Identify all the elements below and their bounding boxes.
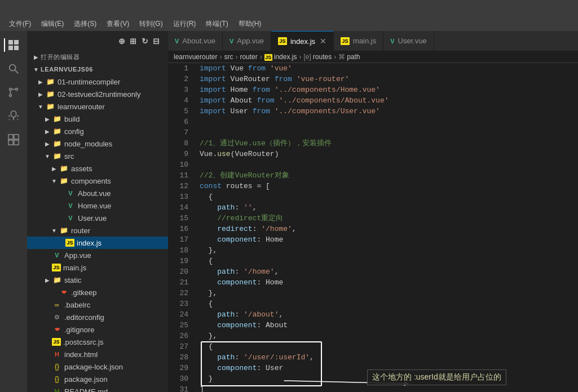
sidebar-item-User.vue[interactable]: VUser.vue bbox=[27, 212, 168, 224]
line-number-17: 17 bbox=[168, 234, 188, 245]
breadcrumb-sep-3: › bbox=[299, 53, 301, 61]
activity-explorer[interactable] bbox=[4, 35, 23, 55]
code-line-6 bbox=[200, 117, 578, 127]
code-line-23: { bbox=[200, 299, 578, 309]
sidebar-item-index.html[interactable]: Hindex.html bbox=[27, 348, 168, 360]
menu-run[interactable]: 运行(R) bbox=[169, 18, 201, 30]
breadcrumb-part-3[interactable]: JSindex.js bbox=[264, 53, 297, 61]
menu-goto[interactable]: 转到(G) bbox=[135, 18, 167, 30]
line-number-3: 3 bbox=[168, 84, 188, 95]
tab-about-vue[interactable]: VAbout.vue bbox=[168, 31, 223, 51]
breadcrumb-part-0[interactable]: learnvuerouter bbox=[174, 53, 217, 61]
collapse-icon[interactable]: ⊟ bbox=[152, 35, 161, 47]
code-line-19: { bbox=[200, 256, 578, 266]
sidebar-item-router[interactable]: ▼📁router bbox=[27, 224, 168, 237]
activity-bar bbox=[0, 31, 27, 392]
code-editor: 1234567891011121314151617181920212223242… bbox=[168, 63, 578, 392]
tab-main-js[interactable]: JSmain.js bbox=[334, 31, 383, 51]
line-number-2: 2 bbox=[168, 74, 188, 84]
breadcrumb-part-5[interactable]: ⌘path bbox=[338, 53, 360, 61]
activity-extensions[interactable] bbox=[4, 130, 23, 149]
sidebar-item-src[interactable]: ▼📁src bbox=[27, 150, 168, 162]
svg-line-1 bbox=[15, 70, 19, 74]
breadcrumb-part-1[interactable]: src bbox=[224, 53, 233, 61]
tab-index-js[interactable]: JSindex.js✕ bbox=[271, 31, 334, 51]
sidebar-root[interactable]: ▼LEARNVUEJS06 bbox=[27, 63, 168, 75]
svg-point-4 bbox=[16, 88, 18, 91]
sidebar-item-.gitignore[interactable]: ❤.gitignore bbox=[27, 323, 168, 336]
code-line-25: component: About bbox=[200, 320, 578, 331]
title-bar bbox=[0, 0, 578, 17]
sidebar-item-build[interactable]: ▶📁build bbox=[27, 113, 168, 125]
code-line-9: Vue.use(VueRouter) bbox=[200, 149, 578, 159]
svg-point-3 bbox=[10, 95, 12, 97]
sidebar-item-static[interactable]: ▶📁static bbox=[27, 274, 168, 286]
menu-help[interactable]: 帮助(H) bbox=[234, 18, 266, 30]
code-line-15: //redirect重定向 bbox=[200, 213, 578, 224]
sidebar-item-node_modules[interactable]: ▶📁node_modules bbox=[27, 137, 168, 150]
line-number-29: 29 bbox=[168, 363, 188, 373]
sidebar-item-README.md[interactable]: MREADME.md bbox=[27, 385, 168, 392]
breadcrumb-sep-0: › bbox=[219, 53, 222, 61]
breadcrumb-part-2[interactable]: router bbox=[240, 53, 257, 61]
sidebar-item-.gitkeep[interactable]: ❤.gitkeep bbox=[27, 286, 168, 299]
tab-close-index-js[interactable]: ✕ bbox=[320, 37, 326, 46]
code-line-16: redirect: '/home', bbox=[200, 224, 578, 234]
tabs-bar: VAbout.vueVApp.vueJSindex.js✕JSmain.jsVU… bbox=[168, 31, 578, 51]
sidebar-item-.editorconfig[interactable]: ⚙.editorconfig bbox=[27, 311, 168, 323]
breadcrumb-part-4[interactable]: [e]routes bbox=[303, 53, 332, 61]
line-number-11: 11 bbox=[168, 170, 188, 181]
menu-file[interactable]: 文件(F) bbox=[5, 18, 36, 30]
svg-point-2 bbox=[10, 88, 12, 91]
sidebar-item-package.json[interactable]: {}package.json bbox=[27, 373, 168, 385]
sidebar-item-learnvuerouter[interactable]: ▼📁learnvuerouter bbox=[27, 100, 168, 113]
sidebar-item-02-testvuecli2runtimeonly[interactable]: ▶📁02-testvuecli2runtimeonly bbox=[27, 88, 168, 100]
line-number-15: 15 bbox=[168, 213, 188, 224]
menu-edit[interactable]: 编辑(E) bbox=[37, 18, 68, 30]
tab-user-vue[interactable]: VUser.vue bbox=[383, 31, 434, 51]
code-line-14: path: '', bbox=[200, 202, 578, 213]
sidebar-item-config[interactable]: ▶📁config bbox=[27, 125, 168, 137]
breadcrumb-sep-2: › bbox=[260, 53, 262, 61]
line-number-8: 8 bbox=[168, 138, 188, 149]
code-line-7 bbox=[200, 127, 578, 138]
code-line-20: path: '/home', bbox=[200, 266, 578, 277]
sidebar-item-01-runtimecompiler[interactable]: ▶📁01-runtimecompiler bbox=[27, 75, 168, 88]
open-editors-section[interactable]: ▶打开的编辑器 bbox=[27, 51, 168, 63]
tab-app-vue[interactable]: VApp.vue bbox=[223, 31, 271, 51]
breadcrumb-sep-1: › bbox=[235, 53, 237, 61]
sidebar-item-.babelrc[interactable]: ∞.babelrc bbox=[27, 299, 168, 311]
menu-view[interactable]: 查看(V) bbox=[102, 18, 134, 30]
new-folder-icon[interactable]: ⊞ bbox=[129, 35, 138, 47]
sidebar-content: ▶打开的编辑器▼LEARNVUEJS06▶📁01-runtimecompiler… bbox=[27, 51, 168, 392]
sidebar-item-components[interactable]: ▼📁components bbox=[27, 175, 168, 187]
activity-search[interactable] bbox=[4, 59, 23, 78]
refresh-icon[interactable]: ↻ bbox=[140, 35, 150, 47]
new-file-icon[interactable]: ⊕ bbox=[117, 35, 127, 47]
sidebar: ⊕ ⊞ ↻ ⊟ ▶打开的编辑器▼LEARNVUEJS06▶📁01-runtime… bbox=[27, 31, 168, 392]
sidebar-item-Home.vue[interactable]: VHome.vue bbox=[27, 199, 168, 212]
sidebar-item-package-lock.json[interactable]: {}package-lock.json bbox=[27, 360, 168, 373]
menu-select[interactable]: 选择(S) bbox=[69, 18, 101, 30]
code-line-11: //2、创建VueRouter对象 bbox=[200, 170, 578, 181]
line-number-13: 13 bbox=[168, 191, 188, 202]
code-content[interactable]: import Vue from 'vue'import VueRouter fr… bbox=[195, 63, 578, 392]
code-line-24: path: '/about', bbox=[200, 309, 578, 320]
code-line-5: import User from '../components/User.vue… bbox=[200, 106, 578, 117]
code-line-29: component: User bbox=[200, 363, 578, 373]
sidebar-item-About.vue[interactable]: VAbout.vue bbox=[27, 187, 168, 199]
sidebar-header-icons: ⊕ ⊞ ↻ ⊟ bbox=[117, 35, 161, 47]
line-numbers: 1234567891011121314151617181920212223242… bbox=[168, 63, 195, 392]
sidebar-item-App.vue[interactable]: VApp.vue bbox=[27, 249, 168, 261]
menu-terminal[interactable]: 终端(T) bbox=[201, 18, 232, 30]
line-number-18: 18 bbox=[168, 245, 188, 256]
activity-git[interactable] bbox=[4, 83, 23, 102]
sidebar-item-index.js[interactable]: JSindex.js bbox=[27, 237, 168, 249]
sidebar-item-.postcssrc.js[interactable]: JS.postcssrc.js bbox=[27, 336, 168, 348]
code-line-17: component: Home bbox=[200, 234, 578, 245]
sidebar-item-main.js[interactable]: JSmain.js bbox=[27, 261, 168, 274]
sidebar-item-assets[interactable]: ▶📁assets bbox=[27, 162, 168, 175]
line-number-26: 26 bbox=[168, 331, 188, 341]
activity-debug[interactable] bbox=[4, 106, 23, 126]
code-line-12: const routes = [ bbox=[200, 181, 578, 191]
